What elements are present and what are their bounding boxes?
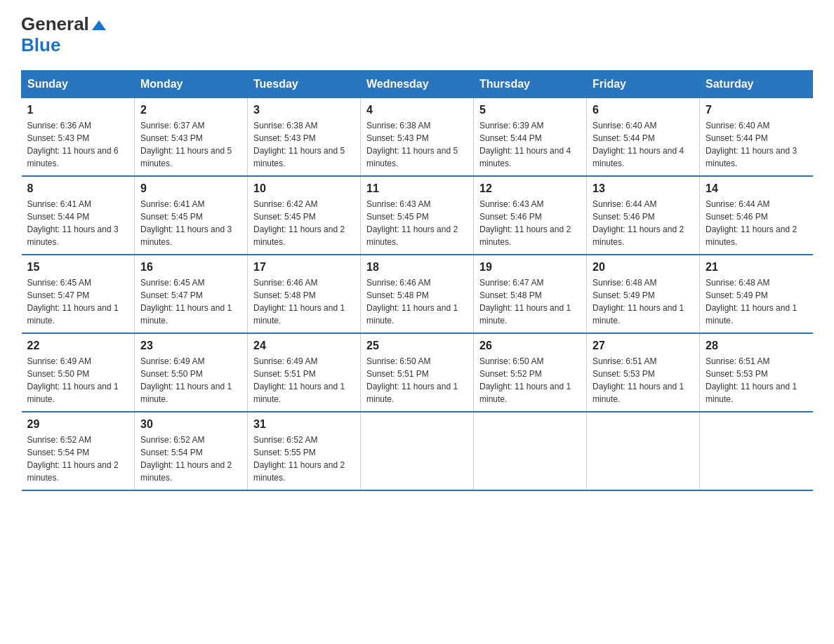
- calendar-cell: 18 Sunrise: 6:46 AM Sunset: 5:48 PM Dayl…: [361, 255, 474, 333]
- day-number: 16: [140, 261, 241, 274]
- calendar-cell: [474, 412, 587, 490]
- day-number: 8: [27, 182, 129, 195]
- calendar-cell: 1 Sunrise: 6:36 AM Sunset: 5:43 PM Dayli…: [22, 98, 135, 176]
- weekday-header-tuesday: Tuesday: [248, 70, 361, 98]
- weekday-header-saturday: Saturday: [700, 70, 813, 98]
- day-number: 18: [366, 261, 468, 274]
- day-info: Sunrise: 6:38 AM Sunset: 5:43 PM Dayligh…: [366, 119, 468, 170]
- day-number: 22: [27, 340, 129, 352]
- day-info: Sunrise: 6:44 AM Sunset: 5:46 PM Dayligh…: [593, 198, 694, 248]
- day-number: 25: [366, 340, 468, 352]
- day-info: Sunrise: 6:44 AM Sunset: 5:46 PM Dayligh…: [706, 198, 807, 248]
- day-number: 20: [593, 261, 694, 274]
- calendar-cell: 10 Sunrise: 6:42 AM Sunset: 5:45 PM Dayl…: [248, 176, 361, 255]
- weekday-header-wednesday: Wednesday: [361, 70, 474, 98]
- calendar-cell: 30 Sunrise: 6:52 AM Sunset: 5:54 PM Dayl…: [135, 412, 248, 490]
- day-number: 3: [253, 104, 355, 116]
- calendar-cell: 16 Sunrise: 6:45 AM Sunset: 5:47 PM Dayl…: [135, 255, 248, 333]
- calendar-cell: 8 Sunrise: 6:41 AM Sunset: 5:44 PM Dayli…: [22, 176, 135, 255]
- calendar-cell: 20 Sunrise: 6:48 AM Sunset: 5:49 PM Dayl…: [587, 255, 700, 333]
- logo: General Blue: [21, 14, 106, 56]
- calendar-cell: 31 Sunrise: 6:52 AM Sunset: 5:55 PM Dayl…: [248, 412, 361, 490]
- weekday-header-monday: Monday: [135, 70, 248, 98]
- day-number: 9: [140, 182, 241, 195]
- calendar-cell: [587, 412, 700, 490]
- calendar-cell: 22 Sunrise: 6:49 AM Sunset: 5:50 PM Dayl…: [22, 333, 135, 412]
- calendar-cell: 6 Sunrise: 6:40 AM Sunset: 5:44 PM Dayli…: [587, 98, 700, 176]
- week-row-4: 22 Sunrise: 6:49 AM Sunset: 5:50 PM Dayl…: [22, 333, 813, 412]
- day-info: Sunrise: 6:49 AM Sunset: 5:50 PM Dayligh…: [140, 355, 241, 405]
- page-header: General Blue: [21, 14, 813, 56]
- day-number: 28: [706, 340, 807, 352]
- day-number: 4: [366, 104, 468, 116]
- day-info: Sunrise: 6:52 AM Sunset: 5:54 PM Dayligh…: [140, 434, 241, 484]
- day-number: 11: [366, 182, 468, 195]
- day-number: 15: [27, 261, 129, 274]
- day-info: Sunrise: 6:52 AM Sunset: 5:54 PM Dayligh…: [27, 434, 129, 484]
- day-number: 14: [706, 182, 807, 195]
- day-info: Sunrise: 6:50 AM Sunset: 5:51 PM Dayligh…: [366, 355, 468, 405]
- weekday-header-row: SundayMondayTuesdayWednesdayThursdayFrid…: [22, 70, 813, 98]
- calendar-cell: 27 Sunrise: 6:51 AM Sunset: 5:53 PM Dayl…: [587, 333, 700, 412]
- week-row-2: 8 Sunrise: 6:41 AM Sunset: 5:44 PM Dayli…: [22, 176, 813, 255]
- calendar-cell: 25 Sunrise: 6:50 AM Sunset: 5:51 PM Dayl…: [361, 333, 474, 412]
- calendar-cell: 11 Sunrise: 6:43 AM Sunset: 5:45 PM Dayl…: [361, 176, 474, 255]
- day-info: Sunrise: 6:39 AM Sunset: 5:44 PM Dayligh…: [479, 119, 581, 170]
- day-info: Sunrise: 6:36 AM Sunset: 5:43 PM Dayligh…: [27, 119, 129, 170]
- calendar-cell: 14 Sunrise: 6:44 AM Sunset: 5:46 PM Dayl…: [700, 176, 813, 255]
- calendar-cell: 24 Sunrise: 6:49 AM Sunset: 5:51 PM Dayl…: [248, 333, 361, 412]
- day-number: 27: [593, 340, 694, 352]
- day-info: Sunrise: 6:41 AM Sunset: 5:44 PM Dayligh…: [27, 198, 129, 248]
- weekday-header-thursday: Thursday: [474, 70, 587, 98]
- day-info: Sunrise: 6:47 AM Sunset: 5:48 PM Dayligh…: [479, 276, 581, 327]
- day-number: 13: [593, 182, 694, 195]
- calendar-cell: 26 Sunrise: 6:50 AM Sunset: 5:52 PM Dayl…: [474, 333, 587, 412]
- day-number: 12: [479, 182, 581, 195]
- day-number: 19: [479, 261, 581, 274]
- day-info: Sunrise: 6:48 AM Sunset: 5:49 PM Dayligh…: [593, 276, 694, 327]
- day-number: 10: [253, 182, 355, 195]
- calendar-cell: 3 Sunrise: 6:38 AM Sunset: 5:43 PM Dayli…: [248, 98, 361, 176]
- day-info: Sunrise: 6:51 AM Sunset: 5:53 PM Dayligh…: [706, 355, 807, 405]
- day-number: 5: [479, 104, 581, 116]
- day-number: 7: [706, 104, 807, 116]
- day-info: Sunrise: 6:46 AM Sunset: 5:48 PM Dayligh…: [366, 276, 468, 327]
- calendar-cell: 17 Sunrise: 6:46 AM Sunset: 5:48 PM Dayl…: [248, 255, 361, 333]
- day-info: Sunrise: 6:43 AM Sunset: 5:45 PM Dayligh…: [366, 198, 468, 248]
- day-info: Sunrise: 6:45 AM Sunset: 5:47 PM Dayligh…: [27, 276, 129, 327]
- day-info: Sunrise: 6:40 AM Sunset: 5:44 PM Dayligh…: [706, 119, 807, 170]
- calendar-cell: 29 Sunrise: 6:52 AM Sunset: 5:54 PM Dayl…: [22, 412, 135, 490]
- calendar-cell: 13 Sunrise: 6:44 AM Sunset: 5:46 PM Dayl…: [587, 176, 700, 255]
- day-number: 17: [253, 261, 355, 274]
- day-number: 1: [27, 104, 129, 116]
- calendar-cell: 5 Sunrise: 6:39 AM Sunset: 5:44 PM Dayli…: [474, 98, 587, 176]
- day-info: Sunrise: 6:49 AM Sunset: 5:51 PM Dayligh…: [253, 355, 355, 405]
- calendar-table: SundayMondayTuesdayWednesdayThursdayFrid…: [21, 70, 813, 491]
- logo-wordmark: General Blue: [21, 14, 106, 56]
- calendar-cell: 4 Sunrise: 6:38 AM Sunset: 5:43 PM Dayli…: [361, 98, 474, 176]
- day-info: Sunrise: 6:51 AM Sunset: 5:53 PM Dayligh…: [593, 355, 694, 405]
- day-info: Sunrise: 6:43 AM Sunset: 5:46 PM Dayligh…: [479, 198, 581, 248]
- weekday-header-friday: Friday: [587, 70, 700, 98]
- day-info: Sunrise: 6:52 AM Sunset: 5:55 PM Dayligh…: [253, 434, 355, 484]
- day-info: Sunrise: 6:46 AM Sunset: 5:48 PM Dayligh…: [253, 276, 355, 327]
- calendar-cell: 19 Sunrise: 6:47 AM Sunset: 5:48 PM Dayl…: [474, 255, 587, 333]
- calendar-cell: 28 Sunrise: 6:51 AM Sunset: 5:53 PM Dayl…: [700, 333, 813, 412]
- day-info: Sunrise: 6:37 AM Sunset: 5:43 PM Dayligh…: [140, 119, 241, 170]
- week-row-1: 1 Sunrise: 6:36 AM Sunset: 5:43 PM Dayli…: [22, 98, 813, 176]
- calendar-cell: [700, 412, 813, 490]
- day-number: 21: [706, 261, 807, 274]
- day-number: 24: [253, 340, 355, 352]
- day-number: 31: [253, 418, 355, 431]
- day-number: 23: [140, 340, 241, 352]
- day-info: Sunrise: 6:45 AM Sunset: 5:47 PM Dayligh…: [140, 276, 241, 327]
- day-number: 29: [27, 418, 129, 431]
- calendar-cell: 9 Sunrise: 6:41 AM Sunset: 5:45 PM Dayli…: [135, 176, 248, 255]
- day-info: Sunrise: 6:49 AM Sunset: 5:50 PM Dayligh…: [27, 355, 129, 405]
- day-info: Sunrise: 6:41 AM Sunset: 5:45 PM Dayligh…: [140, 198, 241, 248]
- day-number: 30: [140, 418, 241, 431]
- calendar-cell: 7 Sunrise: 6:40 AM Sunset: 5:44 PM Dayli…: [700, 98, 813, 176]
- day-info: Sunrise: 6:40 AM Sunset: 5:44 PM Dayligh…: [593, 119, 694, 170]
- day-info: Sunrise: 6:38 AM Sunset: 5:43 PM Dayligh…: [253, 119, 355, 170]
- day-number: 2: [140, 104, 241, 116]
